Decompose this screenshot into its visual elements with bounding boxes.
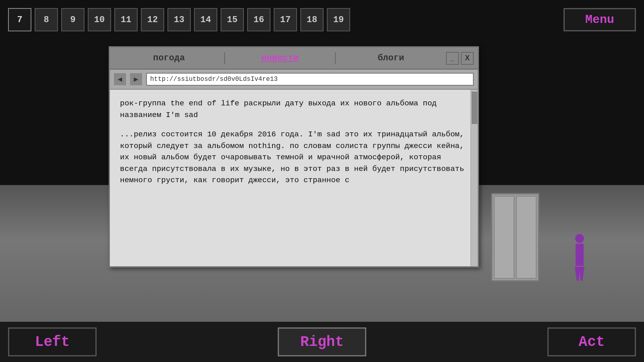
elevator xyxy=(491,193,539,282)
level-btn-8[interactable]: 8 xyxy=(35,8,58,31)
level-btn-9[interactable]: 9 xyxy=(61,8,85,31)
browser-window: погода новости блоги _ X ◄ ► рок-группа … xyxy=(109,46,479,267)
elevator-door-right xyxy=(516,196,537,279)
level-btn-19[interactable]: 19 xyxy=(327,8,350,31)
level-btn-17[interactable]: 17 xyxy=(274,8,297,31)
character-body xyxy=(576,244,584,266)
level-btn-18[interactable]: 18 xyxy=(300,8,324,31)
tab-blogi[interactable]: блоги xyxy=(336,49,446,67)
bottom-control-bar: Left Right Act xyxy=(0,322,644,362)
window-controls: _ X xyxy=(446,52,474,65)
level-btn-14[interactable]: 14 xyxy=(194,8,217,31)
level-navigation: 78910111213141516171819 xyxy=(8,8,350,31)
level-btn-13[interactable]: 13 xyxy=(167,8,191,31)
scrollbar-thumb[interactable] xyxy=(472,92,477,124)
article-paragraph-2: ...релиз состоится 10 декабря 2016 года.… xyxy=(120,129,468,186)
right-button[interactable]: Right xyxy=(278,327,366,356)
close-button[interactable]: X xyxy=(461,52,474,65)
elevator-door-left xyxy=(494,196,514,279)
left-button[interactable]: Left xyxy=(8,327,97,356)
level-btn-10[interactable]: 10 xyxy=(88,8,111,31)
level-btn-7[interactable]: 7 xyxy=(8,8,31,31)
browser-tab-bar: погода новости блоги _ X xyxy=(110,47,478,70)
back-button[interactable]: ◄ xyxy=(114,73,126,85)
minimize-button[interactable]: _ xyxy=(446,52,459,65)
browser-content: рок-группа the end of life раскрыли дату… xyxy=(110,90,478,266)
scrollbar[interactable] xyxy=(471,90,478,266)
article-paragraph-1: рок-группа the end of life раскрыли дату… xyxy=(120,98,468,121)
character xyxy=(572,234,588,282)
url-input[interactable] xyxy=(146,73,474,86)
level-btn-16[interactable]: 16 xyxy=(247,8,270,31)
level-btn-12[interactable]: 12 xyxy=(141,8,164,31)
level-btn-11[interactable]: 11 xyxy=(114,8,138,31)
character-head xyxy=(575,234,584,243)
level-btn-15[interactable]: 15 xyxy=(221,8,244,31)
act-button[interactable]: Act xyxy=(547,327,636,356)
character-legs xyxy=(575,267,584,281)
forward-button[interactable]: ► xyxy=(130,73,142,85)
tab-pogoda[interactable]: погода xyxy=(114,49,224,67)
tab-novosti[interactable]: новости xyxy=(225,49,335,67)
menu-button[interactable]: Menu xyxy=(564,8,636,31)
browser-address-bar: ◄ ► xyxy=(110,70,478,90)
